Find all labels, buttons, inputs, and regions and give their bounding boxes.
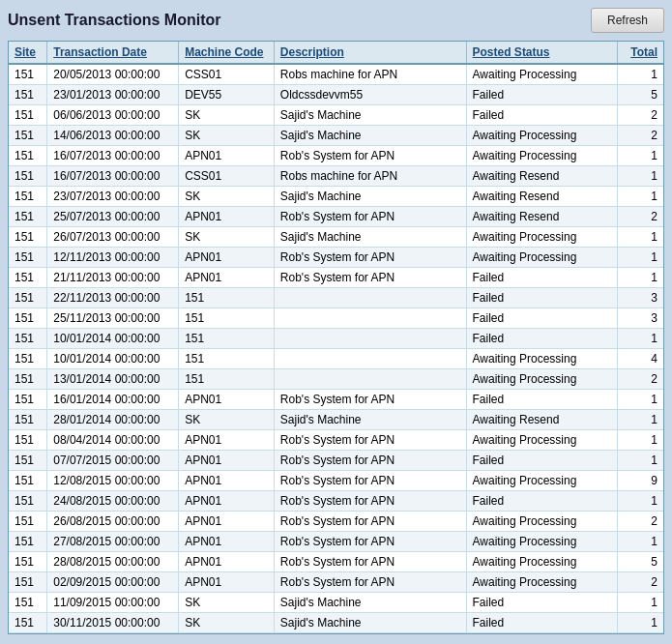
- col-header-site: Site: [9, 42, 47, 64]
- table-cell: 25/11/2013 00:00:00: [47, 308, 179, 329]
- table-cell: Awaiting Processing: [466, 248, 618, 268]
- table-cell: 151: [9, 390, 47, 410]
- table-cell: Awaiting Processing: [466, 126, 618, 146]
- table-cell: 21/11/2013 00:00:00: [47, 268, 179, 288]
- table-cell: 151: [9, 593, 47, 613]
- table-row: 15116/07/2013 00:00:00CSS01Robs machine …: [9, 166, 663, 187]
- table-cell: SK: [179, 105, 275, 126]
- table-header-row: Site Transaction Date Machine Code Descr…: [9, 42, 663, 64]
- table-cell: 2: [618, 572, 663, 593]
- table-cell: [274, 329, 466, 349]
- table-cell: Failed: [466, 288, 618, 308]
- table-cell: 10/01/2014 00:00:00: [47, 329, 179, 349]
- table-cell: 151: [9, 430, 47, 451]
- table-cell: 151: [179, 369, 275, 390]
- table-cell: Failed: [466, 593, 618, 613]
- table-cell: Failed: [466, 308, 618, 329]
- table-cell: 1: [618, 613, 663, 633]
- table-cell: APN01: [179, 451, 275, 471]
- table-cell: 1: [618, 451, 663, 471]
- col-header-machine: Machine Code: [179, 42, 275, 64]
- table-cell: 151: [9, 471, 47, 491]
- table-cell: Failed: [466, 268, 618, 288]
- table-cell: Rob's System for APN: [274, 390, 466, 410]
- table-cell: 151: [9, 288, 47, 308]
- table-cell: 151: [9, 146, 47, 166]
- table-cell: [274, 288, 466, 308]
- table-cell: 151: [9, 248, 47, 268]
- table-cell: Failed: [466, 491, 618, 512]
- table-cell: 151: [9, 329, 47, 349]
- table-cell: APN01: [179, 512, 275, 532]
- col-header-total: Total: [618, 42, 663, 64]
- table-row: 15102/09/2015 00:00:00APN01Rob's System …: [9, 572, 663, 593]
- table-cell: 151: [179, 288, 275, 308]
- table-cell: [274, 308, 466, 329]
- table-row: 15116/07/2013 00:00:00APN01Rob's System …: [9, 146, 663, 166]
- table-cell: 02/09/2015 00:00:00: [47, 572, 179, 593]
- table-row: 15120/05/2013 00:00:00CSS01Robs machine …: [9, 64, 663, 85]
- col-header-status: Posted Status: [466, 42, 618, 64]
- table-cell: Awaiting Processing: [466, 552, 618, 572]
- table-cell: Rob's System for APN: [274, 430, 466, 451]
- table-cell: 1: [618, 430, 663, 451]
- table-cell: Sajid's Machine: [274, 410, 466, 430]
- table-cell: Awaiting Processing: [466, 430, 618, 451]
- table-cell: 151: [9, 207, 47, 227]
- table-cell: 14/06/2013 00:00:00: [47, 126, 179, 146]
- table-row: 15113/01/2014 00:00:00151Awaiting Proces…: [9, 369, 663, 390]
- table-cell: Awaiting Resend: [466, 410, 618, 430]
- table-cell: 2: [618, 512, 663, 532]
- table-cell: Rob's System for APN: [274, 532, 466, 552]
- table-cell: Failed: [466, 85, 618, 105]
- table-cell: APN01: [179, 532, 275, 552]
- table-cell: Awaiting Processing: [466, 471, 618, 491]
- table-cell: 12/08/2015 00:00:00: [47, 471, 179, 491]
- table-cell: 151: [9, 85, 47, 105]
- table-cell: 151: [9, 268, 47, 288]
- table-cell: 22/11/2013 00:00:00: [47, 288, 179, 308]
- table-cell: Awaiting Processing: [466, 572, 618, 593]
- table-cell: 23/07/2013 00:00:00: [47, 187, 179, 207]
- table-cell: 28/08/2015 00:00:00: [47, 552, 179, 572]
- table-cell: Awaiting Processing: [466, 64, 618, 85]
- table-cell: 1: [618, 329, 663, 349]
- table-cell: 9: [618, 471, 663, 491]
- table-cell: SK: [179, 593, 275, 613]
- table-row: 15111/09/2015 00:00:00SKSajid's MachineF…: [9, 593, 663, 613]
- table-cell: 1: [618, 187, 663, 207]
- table-cell: Rob's System for APN: [274, 572, 466, 593]
- table-row: 15126/08/2015 00:00:00APN01Rob's System …: [9, 512, 663, 532]
- table-cell: 1: [618, 248, 663, 268]
- table-row: 15123/01/2013 00:00:00DEV55Oldcssdevvm55…: [9, 85, 663, 105]
- table-row: 15110/01/2014 00:00:00151Failed1: [9, 329, 663, 349]
- table-cell: Robs machine for APN: [274, 64, 466, 85]
- table-cell: 151: [9, 613, 47, 633]
- table-cell: Awaiting Processing: [466, 369, 618, 390]
- table-cell: 151: [9, 349, 47, 369]
- table-cell: 1: [618, 532, 663, 552]
- table-cell: 151: [179, 329, 275, 349]
- table-cell: SK: [179, 613, 275, 633]
- table-cell: 151: [9, 126, 47, 146]
- refresh-button[interactable]: Refresh: [591, 8, 664, 33]
- table-row: 15125/11/2013 00:00:00151Failed3: [9, 308, 663, 329]
- table-cell: 2: [618, 207, 663, 227]
- table-cell: Rob's System for APN: [274, 268, 466, 288]
- table-cell: 25/07/2013 00:00:00: [47, 207, 179, 227]
- table-cell: 5: [618, 552, 663, 572]
- table-cell: 2: [618, 126, 663, 146]
- table-cell: 1: [618, 268, 663, 288]
- table-row: 15114/06/2013 00:00:00SKSajid's MachineA…: [9, 126, 663, 146]
- table-cell: 4: [618, 349, 663, 369]
- table-cell: Failed: [466, 105, 618, 126]
- table-cell: Failed: [466, 613, 618, 633]
- table-cell: 151: [9, 572, 47, 593]
- table-cell: 24/08/2015 00:00:00: [47, 491, 179, 512]
- table-row: 15110/01/2014 00:00:00151Awaiting Proces…: [9, 349, 663, 369]
- table-cell: 28/01/2014 00:00:00: [47, 410, 179, 430]
- table-cell: SK: [179, 126, 275, 146]
- table-cell: 151: [179, 349, 275, 369]
- table-cell: Rob's System for APN: [274, 512, 466, 532]
- table-cell: APN01: [179, 268, 275, 288]
